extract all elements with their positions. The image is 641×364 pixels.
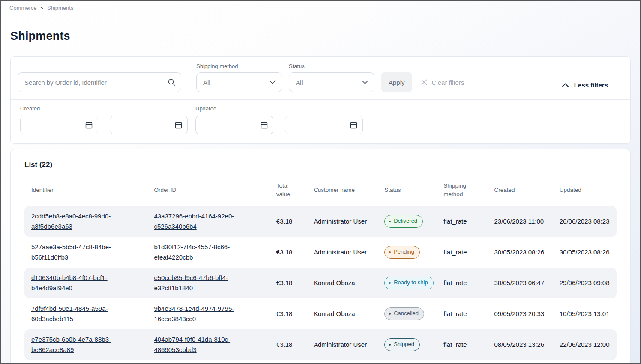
customer-name-cell: Administrator User — [307, 237, 377, 268]
identifier-link[interactable]: 527aae3a-5b5d-47c8-84be-b56f11d6ffb3 — [31, 243, 111, 261]
identifier-link[interactable]: 2cdd5eb8-e8a0-4ec8-99d0-a8f5db6e3a63 — [31, 212, 111, 230]
status-badge-label: Ready to ship — [394, 278, 428, 287]
divider-vertical — [552, 70, 552, 92]
updated-to-wrap — [285, 116, 363, 134]
status-badge-label: Shipped — [394, 340, 414, 349]
order-id-link[interactable]: 404ab794-f0f0-41da-810c-4869053cbbd3 — [154, 336, 230, 353]
shipping-method-filter: Shipping method All — [196, 63, 282, 92]
identifier-link[interactable]: e7e375cb-6b0b-4e7a-88b3-be862ace8a89 — [31, 336, 111, 353]
status-badge: Shipped — [384, 338, 420, 351]
range-dash: – — [98, 122, 110, 129]
created-from-wrap — [20, 116, 98, 134]
total-value-cell: €3.18 — [270, 268, 307, 298]
list-title: List (22) — [24, 161, 617, 169]
created-range-label: Created — [20, 105, 188, 112]
less-filters-label: Less filters — [574, 81, 608, 89]
shipping-method-cell: flat_rate — [437, 329, 487, 360]
status-cell: Delivered — [377, 206, 437, 237]
identifier-cell: 7df9f4bd-50e1-4845-a59a-60d3acbeb115 — [24, 298, 147, 329]
created-cell: 30/05/2023 06:47 — [488, 268, 553, 298]
table-row: e7e375cb-6b0b-4e7a-88b3-be862ace8a89 404… — [24, 329, 617, 360]
customer-name-cell: Konrad Oboza — [307, 298, 377, 329]
updated-date-range: Updated – — [195, 105, 363, 134]
created-date-range: Created – — [20, 105, 188, 134]
breadcrumb-item-commerce[interactable]: Commerce — [9, 5, 37, 11]
range-dash: – — [273, 122, 285, 129]
customer-name-cell: Administrator User — [307, 206, 377, 237]
chevron-down-icon — [269, 80, 276, 84]
col-header-created: Created — [488, 174, 553, 206]
created-to-wrap — [110, 116, 188, 134]
status-cell: Ready to ship — [377, 268, 437, 298]
search-input[interactable] — [18, 72, 181, 92]
updated-cell: 29/06/2023 09:08 — [553, 268, 617, 298]
status-badge: Ready to ship — [384, 277, 434, 289]
status-filter: Status All — [289, 63, 374, 92]
clear-filters-label: Clear filters — [432, 79, 464, 86]
table-row: d106340b-b4b8-4f07-bcf1-b4e4d9af94e0 e50… — [24, 268, 617, 298]
total-value-cell: €3.18 — [270, 206, 307, 237]
shipping-method-cell: flat_rate — [437, 206, 487, 237]
page-title: Shipments — [10, 30, 640, 43]
breadcrumb-item-shipments[interactable]: Shipments — [47, 5, 73, 11]
order-id-link[interactable]: 9b4e3478-1e4d-4974-9795-16cea3843cc0 — [154, 305, 234, 322]
shipments-table: Identifier Order ID Total value Customer… — [24, 174, 617, 360]
status-cell: Shipped — [377, 329, 437, 360]
status-cell: Pending — [377, 237, 437, 268]
status-badge-label: Delivered — [394, 217, 417, 226]
shipments-table-wrap: Identifier Order ID Total value Customer… — [24, 174, 617, 360]
calendar-icon[interactable] — [175, 121, 182, 129]
breadcrumb-separator-icon: > — [41, 6, 43, 11]
calendar-icon[interactable] — [261, 121, 268, 129]
col-header-customer-name: Customer name — [307, 174, 377, 206]
col-header-total-value: Total value — [270, 174, 307, 206]
created-cell: 09/05/2023 20:33 — [488, 298, 553, 329]
order-id-link[interactable]: e50ceb85-f9c6-47b6-bff4-e32cff1b1840 — [154, 274, 228, 292]
shipments-page: { "breadcrumb": { "items": ["Commerce", … — [0, 0, 641, 364]
created-cell: 23/06/2023 11:00 — [488, 206, 553, 237]
updated-cell: 10/05/2023 13:01 — [553, 298, 617, 329]
order-id-cell: 43a37296-ebbd-4164-92e0-c526a340b6b4 — [147, 206, 269, 237]
order-id-link[interactable]: b1d30f12-7f4c-4557-8c66-efeaf4220cbb — [154, 243, 230, 261]
calendar-icon[interactable] — [85, 121, 93, 129]
customer-name-cell: Administrator User — [307, 329, 377, 360]
order-id-cell: e50ceb85-f9c6-47b6-bff4-e32cff1b1840 — [147, 268, 269, 298]
identifier-link[interactable]: 7df9f4bd-50e1-4845-a59a-60d3acbeb115 — [31, 305, 108, 322]
close-icon — [421, 79, 428, 86]
less-filters-toggle[interactable]: Less filters — [562, 81, 608, 89]
shipping-method-select[interactable]: All — [196, 72, 282, 92]
breadcrumb: Commerce > Shipments — [1, 1, 640, 11]
order-id-link[interactable]: 43a37296-ebbd-4164-92e0-c526a340b6b4 — [154, 212, 234, 230]
updated-cell: 30/05/2023 08:26 — [553, 237, 617, 268]
search-field-wrap — [18, 72, 181, 92]
identifier-link[interactable]: d106340b-b4b8-4f07-bcf1-b4e4d9af94e0 — [31, 274, 108, 292]
calendar-icon[interactable] — [350, 121, 357, 129]
col-header-identifier: Identifier — [24, 174, 147, 206]
clear-filters-button[interactable]: Clear filters — [421, 72, 464, 92]
status-select[interactable]: All — [289, 72, 374, 92]
status-badge: Delivered — [384, 215, 423, 228]
chevron-down-icon — [362, 80, 368, 84]
total-value-cell: €3.18 — [270, 298, 307, 329]
updated-cell: 22/06/2023 12:00 — [553, 329, 617, 360]
shipments-table-body: 2cdd5eb8-e8a0-4ec8-99d0-a8f5db6e3a63 43a… — [24, 206, 617, 360]
status-cell: Cancelled — [377, 298, 437, 329]
identifier-cell: 2cdd5eb8-e8a0-4ec8-99d0-a8f5db6e3a63 — [24, 206, 147, 237]
created-cell: 08/05/2023 13:26 — [488, 329, 553, 360]
apply-button[interactable]: Apply — [381, 72, 412, 92]
shipping-method-value: All — [203, 79, 210, 86]
table-row: 7df9f4bd-50e1-4845-a59a-60d3acbeb115 9b4… — [24, 298, 617, 329]
divider-vertical — [189, 68, 189, 92]
status-badge-label: Pending — [394, 248, 414, 257]
identifier-cell: d106340b-b4b8-4f07-bcf1-b4e4d9af94e0 — [24, 268, 147, 298]
total-value-cell: €3.18 — [270, 329, 307, 360]
updated-from-wrap — [195, 116, 273, 134]
shipping-method-cell: flat_rate — [437, 237, 487, 268]
filters-row-dates: Created – — [11, 100, 630, 143]
search-icon[interactable] — [168, 78, 176, 87]
status-badge: Pending — [384, 246, 420, 259]
status-dot-icon — [389, 344, 391, 346]
order-id-cell: 404ab794-f0f0-41da-810c-4869053cbbd3 — [147, 329, 269, 360]
status-dot-icon — [389, 282, 391, 284]
table-header-row: Identifier Order ID Total value Customer… — [24, 174, 617, 206]
